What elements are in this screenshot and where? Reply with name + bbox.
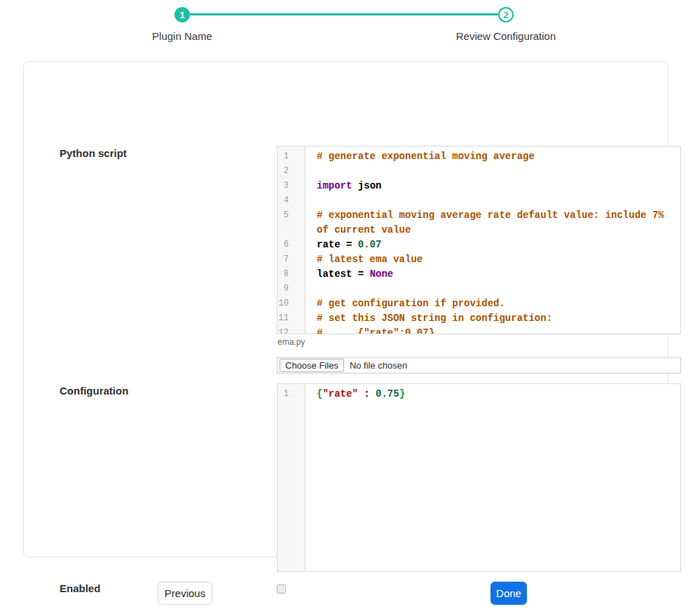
configuration-card: Python script 1# generate exponential mo… xyxy=(23,61,668,557)
previous-button[interactable]: Previous xyxy=(158,582,212,605)
wizard-page: 1 2 Plugin Name Review Configuration Pyt… xyxy=(0,0,693,616)
configuration-label: Configuration xyxy=(60,385,128,397)
enabled-checkbox[interactable] xyxy=(277,584,286,594)
code-line: 1{"rate" : 0.75} xyxy=(277,387,680,402)
code-line: 12# {"rate":0.07} xyxy=(277,326,680,334)
step-2-indicator[interactable]: 2 xyxy=(498,7,514,22)
configuration-editor[interactable]: 1{"rate" : 0.75} xyxy=(277,383,681,572)
editor-gutter xyxy=(277,384,306,571)
python-script-label: Python script xyxy=(60,147,127,159)
code-line: 2 xyxy=(277,164,680,179)
code-line: 4 xyxy=(277,193,680,208)
code-line: 3import json xyxy=(277,179,680,193)
stepper-connector-line xyxy=(182,13,506,15)
code-line: 8latest = None xyxy=(277,267,680,282)
code-line: 9 xyxy=(277,282,680,296)
code-line: 6rate = 0.07 xyxy=(277,238,680,252)
step-1-indicator[interactable]: 1 xyxy=(174,7,190,22)
script-filename: ema.py xyxy=(277,337,305,347)
code-line: 5# exponential moving average rate defau… xyxy=(277,208,680,238)
step-2-label: Review Configuration xyxy=(429,30,583,42)
enabled-label: Enabled xyxy=(60,582,100,594)
code-line: 11# set this JSON string in configuratio… xyxy=(277,311,680,326)
step-1-label: Plugin Name xyxy=(105,30,259,42)
python-script-editor[interactable]: 1# generate exponential moving average2 … xyxy=(277,146,681,334)
code-line: 1# generate exponential moving average xyxy=(277,149,680,164)
done-button[interactable]: Done xyxy=(490,582,527,605)
code-line: 7# latest ema value xyxy=(277,252,680,267)
file-chosen-status: No file chosen xyxy=(350,360,407,371)
script-file-input[interactable]: Choose Files No file chosen xyxy=(277,357,681,374)
code-line: 10# get configuration if provided. xyxy=(277,296,680,311)
choose-files-button[interactable]: Choose Files xyxy=(280,359,344,372)
